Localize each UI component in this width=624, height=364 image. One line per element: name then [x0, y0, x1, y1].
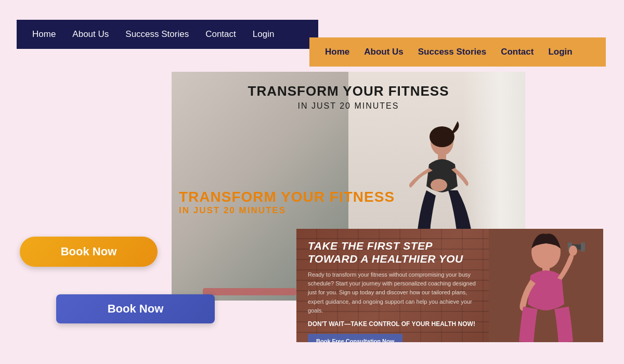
bottom-text-content: TAKE THE FIRST STEPTOWARD A HEALTHIER YO… — [296, 229, 496, 342]
bottom-consultation-button[interactable]: Book Free Consultation Now — [308, 334, 402, 342]
nav-dark-success[interactable]: Success Stories — [125, 29, 189, 40]
navbar-dark: Home About Us Success Stories Contact Lo… — [17, 20, 318, 49]
nav-light-home[interactable]: Home — [325, 47, 349, 57]
hero-orange-title: TRANSFORM YOUR FITNESS — [179, 189, 395, 205]
bottom-section-title: TAKE THE FIRST STEPTOWARD A HEALTHIER YO… — [308, 239, 485, 265]
nav-light-about[interactable]: About Us — [364, 47, 404, 57]
nav-dark-about[interactable]: About Us — [72, 29, 109, 40]
svg-point-13 — [569, 245, 577, 256]
hero-title: TRANSFORM YOUR FITNESS — [248, 83, 449, 99]
book-now-blue-button[interactable]: Book Now — [56, 294, 215, 323]
woman-weights-image — [489, 229, 603, 342]
bottom-description: Ready to transform your fitness without … — [308, 270, 485, 315]
bottom-cta-section: TAKE THE FIRST STEPTOWARD A HEALTHIER YO… — [296, 229, 603, 342]
nav-dark-contact[interactable]: Contact — [205, 29, 236, 40]
nav-light-contact[interactable]: Contact — [501, 47, 534, 57]
svg-point-3 — [431, 179, 447, 191]
bottom-cta-text: DON'T WAIT—TAKE CONTROL OF YOUR HEALTH N… — [308, 320, 485, 328]
nav-dark-login[interactable]: Login — [253, 29, 275, 40]
nav-dark-home[interactable]: Home — [32, 29, 56, 40]
floor-mat — [203, 288, 296, 295]
svg-rect-12 — [581, 242, 585, 252]
hero-orange-overlay: TRANSFORM YOUR FITNESS IN JUST 20 MINUTE… — [173, 185, 401, 220]
svg-point-1 — [430, 126, 454, 147]
book-now-yellow-button[interactable]: Book Now — [20, 237, 158, 267]
hero-subtitle: IN JUST 20 MINUTES — [298, 101, 399, 111]
nav-light-login[interactable]: Login — [548, 47, 572, 57]
hero-orange-subtitle: IN JUST 20 MINUTES — [179, 205, 395, 216]
navbar-light: Home About Us Success Stories Contact Lo… — [309, 37, 606, 67]
nav-light-success[interactable]: Success Stories — [418, 47, 486, 57]
